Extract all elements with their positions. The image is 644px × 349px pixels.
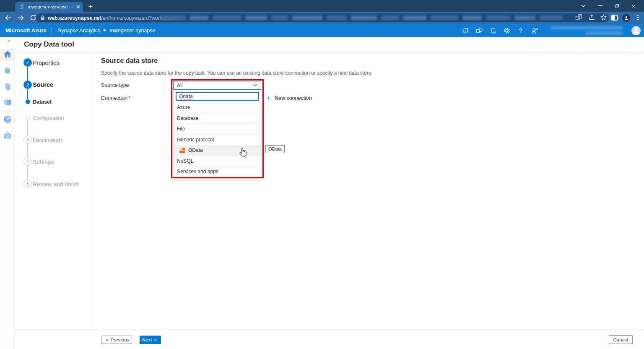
step-marker-dataset[interactable] [26, 99, 30, 104]
sidebar-item-develop[interactable] [0, 81, 15, 94]
browser-profile-avatar[interactable] [622, 14, 630, 22]
home-icon [3, 50, 12, 60]
dropdown-group-file[interactable]: File [174, 123, 261, 134]
step-label-configuration[interactable]: Configuration [33, 115, 64, 121]
new-tab-button[interactable]: + [86, 2, 95, 11]
step-label-settings[interactable]: Settings [33, 159, 54, 165]
azure-brand[interactable]: Microsoft Azure [5, 27, 47, 34]
previous-button[interactable]: < Previous [101, 336, 132, 344]
new-connection-label: New connection [275, 95, 312, 101]
dropdown-item-odata[interactable]: OData [174, 145, 261, 156]
dropdown-group-generic-protocol[interactable]: Generic protocol [174, 134, 261, 145]
step-marker-properties[interactable]: ✓ [23, 58, 32, 67]
chevron-down-icon [253, 84, 257, 87]
step-marker-configuration[interactable] [26, 116, 30, 120]
chevron-left-icon: < [106, 338, 109, 342]
dropdown-group-services-and-apps[interactable]: Services and apps [174, 166, 261, 177]
search-text: Odata [179, 94, 193, 99]
feedback-icon[interactable] [531, 27, 538, 34]
step-marker-source[interactable]: 2 [23, 81, 32, 89]
step-connector [27, 144, 28, 157]
sidebar-item-home[interactable] [0, 49, 15, 61]
step-connector [27, 166, 28, 179]
step-label-review[interactable]: Review and finish [33, 181, 79, 188]
window-controls: × [580, 0, 644, 12]
browser-tab-bar: mwegener-synapse - Azure Syna ✕ + × [0, 0, 644, 12]
forward-icon[interactable] [17, 14, 25, 22]
dropdown-group-nosql[interactable]: NoSQL [174, 156, 261, 167]
step-marker-settings[interactable]: 4 [23, 157, 32, 166]
odata-tooltip: OData [265, 145, 285, 153]
settings-gear-icon[interactable] [503, 27, 511, 34]
user-avatar[interactable] [631, 26, 641, 35]
integrate-icon [3, 99, 12, 107]
source-type-dropdown: Odata Azure Database File Generic protoc… [173, 90, 261, 177]
sidebar-item-manage[interactable] [0, 130, 15, 142]
breadcrumb-workspace[interactable]: mwegener-synapse [109, 28, 155, 34]
window-minimize-button[interactable] [597, 3, 603, 9]
redacted-url-text [161, 16, 563, 20]
azure-header: Microsoft Azure Synapse Analytics ▶ mweg… [0, 24, 644, 37]
breadcrumb-arrow-icon: ▶ [104, 28, 106, 32]
dropdown-search-wrap: Odata [174, 90, 261, 102]
dropdown-group-database[interactable]: Database [174, 113, 261, 124]
rail-divider [3, 112, 12, 112]
hand-cursor-icon [239, 147, 247, 159]
browser-menu-kebab-icon[interactable] [636, 15, 640, 20]
tab-title: mwegener-synapse - Azure Syna [28, 4, 74, 9]
bookmark-star-icon[interactable] [600, 14, 607, 21]
step-connector [27, 89, 28, 99]
url-domain: web.azuresynapse.net [48, 15, 101, 21]
window-restore-button[interactable] [614, 3, 620, 9]
app-window: mwegener-synapse - Azure Syna ✕ + × [0, 0, 644, 349]
data-icon [3, 66, 12, 76]
source-type-value: All [177, 83, 182, 89]
tab-search-chevron-icon[interactable] [580, 3, 586, 9]
breadcrumb-app[interactable]: Synapse Analytics [58, 28, 100, 34]
tab-close-icon[interactable]: ✕ [76, 4, 80, 10]
step-label-destination[interactable]: Destination [33, 137, 62, 143]
source-search-input[interactable]: Odata [176, 92, 259, 101]
notifications-icon[interactable] [489, 27, 497, 34]
cancel-button[interactable]: Cancel [609, 335, 633, 344]
side-panel-icon[interactable] [611, 15, 618, 21]
help-icon[interactable]: ? [517, 27, 525, 34]
collapse-rail-icon[interactable]: » [7, 38, 10, 44]
dropdown-group-azure[interactable]: Azure [174, 102, 261, 113]
back-icon[interactable] [4, 14, 12, 22]
browser-tab[interactable]: mwegener-synapse - Azure Syna ✕ [15, 2, 83, 12]
step-marker-destination[interactable]: 3 [23, 135, 32, 144]
chevron-right-icon: > [154, 338, 156, 342]
footer-divider [15, 330, 644, 330]
directory-switcher-icon[interactable] [475, 27, 483, 34]
header-separator [52, 27, 52, 34]
translate-icon[interactable] [575, 14, 582, 21]
monitor-icon [3, 115, 12, 125]
lock-icon [40, 15, 45, 21]
step-label-dataset[interactable]: Dataset [33, 99, 52, 105]
sidebar-item-integrate[interactable] [0, 97, 15, 109]
step-label-properties[interactable]: Properties [33, 60, 60, 66]
sidebar-item-monitor[interactable] [0, 114, 15, 126]
section-description: Specify the source data store for the co… [101, 70, 373, 76]
synapse-favicon-icon [19, 4, 25, 10]
page-header: Copy Data tool [15, 37, 644, 52]
sidebar-item-data[interactable] [0, 65, 15, 78]
develop-icon [3, 82, 12, 92]
step-label-source[interactable]: Source [33, 81, 53, 88]
new-connection-button[interactable]: + New connection [267, 94, 312, 102]
steps-divider [93, 52, 93, 330]
next-button[interactable]: Next > [140, 336, 161, 344]
window-close-button[interactable]: × [631, 3, 636, 9]
redacted-account-name [551, 26, 623, 35]
share-icon[interactable] [588, 14, 595, 21]
step-connector [27, 67, 28, 81]
odata-icon [179, 148, 185, 153]
source-type-select[interactable]: All [173, 81, 261, 90]
step-marker-review[interactable]: 5 [23, 180, 32, 188]
announcements-icon[interactable] [462, 27, 469, 34]
page-title: Copy Data tool [24, 40, 74, 49]
required-asterisk: * [128, 95, 130, 101]
source-type-label: Source type [101, 82, 129, 88]
manage-icon [3, 131, 12, 141]
